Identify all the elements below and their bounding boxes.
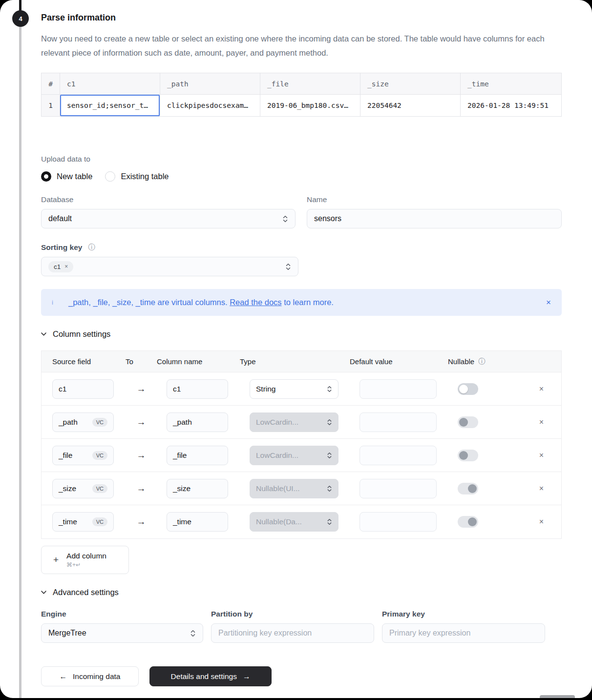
nullable-toggle[interactable] (458, 516, 478, 528)
chevron-down-icon (41, 591, 46, 594)
sorting-key-chip-label: c1 (54, 263, 61, 270)
primary-key-wrapper (382, 623, 545, 643)
name-input[interactable] (314, 209, 554, 228)
page-title: Parse information (41, 13, 562, 23)
column-name-input[interactable]: _file (167, 446, 228, 465)
preview-header-path: _path (160, 73, 260, 95)
source-field-input[interactable]: _sizeVC (52, 479, 114, 498)
source-field-input[interactable]: _pathVC (52, 412, 114, 432)
column-name-input[interactable]: _size (167, 479, 228, 498)
primary-key-label: Primary key (382, 610, 545, 618)
vc-badge: VC (92, 484, 107, 493)
nullable-toggle[interactable] (458, 383, 478, 395)
default-value-input[interactable] (359, 446, 437, 465)
column-settings-title: Column settings (53, 329, 110, 339)
preview-cell-path[interactable]: clickpipesdocsexam… (160, 95, 260, 116)
data-preview-table: # c1 _path _file _size _time 1 sensor_id… (41, 73, 562, 117)
engine-select-value: MergeTree (48, 629, 86, 638)
nullable-toggle[interactable] (458, 450, 478, 461)
info-icon: ⓘ (478, 357, 485, 366)
add-column-label: Add column (66, 552, 106, 560)
updown-chevron-icon (282, 215, 288, 223)
plus-icon: + (53, 555, 59, 565)
incoming-data-label: Incoming data (73, 672, 120, 681)
header-to: To (126, 357, 157, 366)
incoming-data-button[interactable]: ← Incoming data (41, 666, 139, 686)
updown-chevron-icon (327, 518, 332, 525)
default-value-input[interactable] (359, 379, 437, 399)
nullable-toggle[interactable] (458, 483, 478, 494)
engine-select[interactable]: MergeTree (41, 623, 203, 643)
advanced-settings-title: Advanced settings (53, 588, 119, 597)
type-select[interactable]: Nullable(UI... (250, 479, 338, 498)
default-value-input[interactable] (359, 479, 437, 498)
chip-close-icon[interactable]: × (64, 263, 68, 270)
preview-cell-c1[interactable]: sensor_id;sensor_t… (60, 95, 160, 116)
preview-header-c1: c1 (60, 73, 160, 95)
type-select[interactable]: String (250, 379, 338, 399)
arrow-right-icon: → (133, 417, 149, 428)
info-icon: ⓘ (88, 243, 95, 252)
details-and-settings-label: Details and settings (171, 672, 237, 681)
column-settings-row: c1 → c1 String × (42, 372, 561, 406)
source-field-input[interactable]: _fileVC (52, 446, 114, 465)
page-description: Now you need to create a new table or se… (41, 32, 554, 60)
column-settings-row: _fileVC → _file LowCardin... × (42, 439, 561, 472)
column-settings-toggle[interactable]: Column settings (41, 329, 562, 339)
vc-badge: VC (92, 418, 107, 427)
type-select[interactable]: LowCardin... (250, 412, 338, 432)
remove-column-button[interactable]: × (539, 517, 544, 526)
preview-header-file: _file (260, 73, 360, 95)
add-column-button[interactable]: + Add column ⌘+↵ (41, 546, 129, 574)
source-field-input[interactable]: _timeVC (52, 512, 114, 532)
sorting-key-select[interactable]: c1 × (41, 257, 298, 276)
remove-column-button[interactable]: × (539, 484, 544, 493)
toggle-knob (459, 451, 468, 460)
radio-new-table[interactable]: New table (41, 171, 92, 182)
column-name-input[interactable]: c1 (167, 379, 228, 399)
column-settings-row: _pathVC → _path LowCardin... × (42, 406, 561, 439)
banner-close-icon[interactable]: × (546, 298, 551, 308)
toggle-knob (468, 484, 477, 493)
arrow-left-icon: ← (60, 672, 67, 681)
vc-badge: VC (92, 517, 107, 526)
radio-unselected-icon[interactable] (105, 171, 115, 182)
arrow-right-icon: → (133, 450, 149, 461)
nullable-toggle[interactable] (458, 416, 478, 428)
updown-chevron-icon (285, 263, 291, 270)
details-and-settings-button[interactable]: Details and settings → (149, 666, 272, 686)
remove-column-button[interactable]: × (539, 418, 544, 427)
upload-target-radio-group: New table Existing table (41, 171, 562, 182)
updown-chevron-icon (327, 485, 332, 492)
database-select[interactable]: default (41, 209, 296, 228)
column-settings-table: Source field To Column name Type Default… (41, 350, 562, 539)
default-value-input[interactable] (359, 512, 437, 532)
read-the-docs-link[interactable]: Read the docs (230, 298, 281, 307)
add-column-shortcut: ⌘+↵ (66, 561, 106, 568)
type-select[interactable]: Nullable(Da... (250, 512, 338, 532)
default-value-input[interactable] (359, 412, 437, 432)
remove-column-button[interactable]: × (539, 451, 544, 460)
preview-header-time: _time (461, 73, 561, 95)
preview-cell-time[interactable]: 2026-01-28 13:49:51 (461, 95, 561, 116)
name-input-wrapper (307, 209, 562, 228)
partition-by-input[interactable] (218, 624, 367, 642)
sorting-key-chip[interactable]: c1 × (48, 261, 73, 272)
radio-existing-table[interactable]: Existing table (105, 171, 169, 182)
primary-key-input[interactable] (389, 624, 538, 642)
column-name-input[interactable]: _time (167, 512, 228, 532)
remove-column-button[interactable]: × (539, 385, 544, 393)
advanced-settings-toggle[interactable]: Advanced settings (41, 588, 562, 597)
bottom-peek-element (540, 695, 575, 698)
preview-cell-file[interactable]: 2019-06_bmp180.csv… (260, 95, 360, 116)
updown-chevron-icon (327, 419, 332, 426)
preview-cell-size[interactable]: 22054642 (360, 95, 461, 116)
type-select[interactable]: LowCardin... (250, 446, 338, 465)
source-field-input[interactable]: c1 (52, 379, 114, 399)
toggle-knob (459, 418, 468, 427)
header-type: Type (240, 357, 350, 366)
radio-selected-icon[interactable] (41, 171, 51, 182)
arrow-right-icon: → (133, 384, 149, 394)
column-name-input[interactable]: _path (167, 412, 228, 432)
partition-by-wrapper (211, 623, 374, 643)
